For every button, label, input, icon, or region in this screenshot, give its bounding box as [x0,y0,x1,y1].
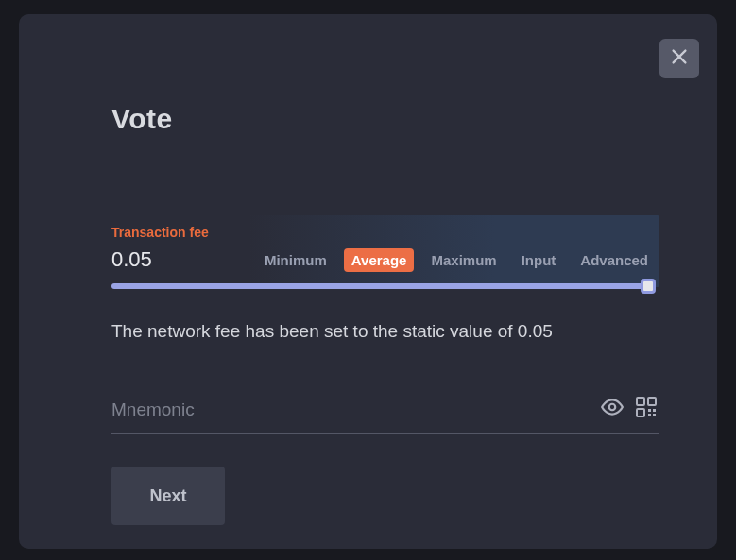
next-button[interactable]: Next [111,467,225,525]
next-button-label: Next [149,486,186,506]
fee-value: 0.05 [111,247,152,272]
vote-modal: Vote Transaction fee 0.05 Minimum Averag… [19,14,717,549]
svg-rect-5 [637,409,644,416]
fee-slider-thumb[interactable] [641,279,656,294]
reveal-button[interactable] [599,396,625,422]
fee-tab-maximum[interactable]: Maximum [423,248,504,272]
fee-tab-input[interactable]: Input [514,248,564,272]
svg-rect-6 [648,409,651,412]
fee-tabs: Minimum Average Maximum Input Advanced [257,248,656,272]
transaction-fee-section: Transaction fee 0.05 Minimum Average Max… [111,215,659,293]
svg-rect-7 [653,409,656,412]
mnemonic-input[interactable] [111,394,591,430]
fee-label: Transaction fee [111,225,209,240]
eye-icon [600,395,625,423]
close-button[interactable] [659,39,699,78]
qr-button[interactable] [633,396,659,422]
fee-tab-average[interactable]: Average [344,248,415,272]
svg-rect-8 [648,414,651,416]
fee-tab-minimum[interactable]: Minimum [257,248,334,272]
svg-point-2 [609,403,616,410]
fee-slider-track[interactable] [111,283,648,289]
fee-tab-advanced[interactable]: Advanced [573,248,656,272]
svg-rect-4 [648,398,656,405]
svg-rect-3 [637,398,644,405]
mnemonic-row [111,389,659,434]
svg-rect-9 [653,414,656,416]
fee-info-text: The network fee has been set to the stat… [111,321,659,342]
close-icon [669,46,690,71]
modal-title: Vote [111,103,659,135]
qr-icon [635,396,658,422]
